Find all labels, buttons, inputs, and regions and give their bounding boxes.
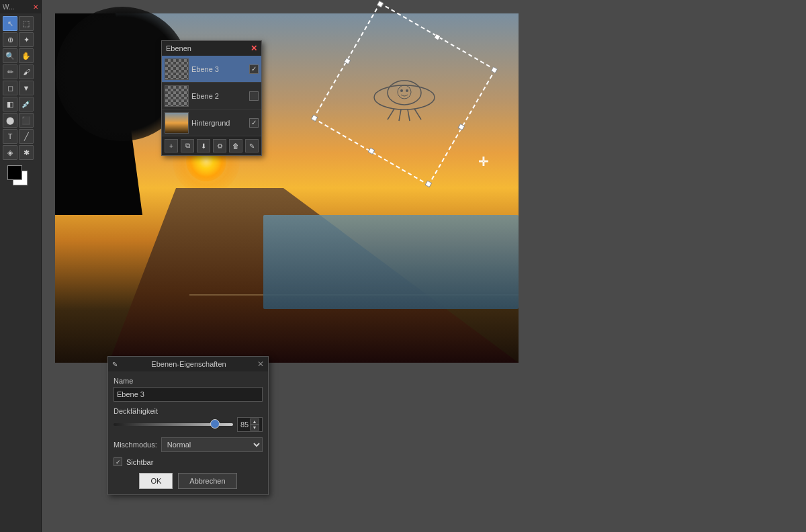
handle-tl[interactable] (377, 1, 384, 8)
svg-point-4 (406, 89, 408, 92)
layer-name-3: Ebene 3 (191, 65, 247, 73)
main-image: ✛ (55, 13, 519, 363)
svg-point-0 (374, 85, 435, 109)
handle-br[interactable] (424, 180, 432, 187)
name-label: Name (114, 377, 263, 385)
handle-tr[interactable] (490, 66, 498, 74)
tool-magic-wand[interactable]: ✦ (19, 32, 34, 47)
layer-thumb-2 (165, 85, 189, 107)
fg-color[interactable] (7, 165, 22, 180)
svg-line-5 (388, 109, 394, 120)
tool-color-pick[interactable]: 💉 (19, 97, 34, 112)
svg-line-6 (399, 109, 401, 121)
tool-line[interactable]: ╱ (19, 129, 34, 144)
merge-layer-button[interactable]: ⬇ (197, 139, 210, 152)
opacity-spin-down[interactable]: ▼ (250, 425, 259, 431)
layers-panel: Ebenen ✕ Ebene 3 Ebene 2 Hintergrund + ⧉… (161, 40, 262, 156)
handle-bl[interactable] (311, 114, 318, 122)
tool-recolor[interactable]: ⬛ (19, 113, 34, 128)
layer-item-2[interactable]: Ebene 2 (162, 83, 261, 109)
tool-pan[interactable]: ✋ (19, 48, 34, 63)
tool-zoom[interactable]: 🔍 (3, 48, 17, 63)
add-layer-button[interactable]: + (165, 139, 178, 152)
layer-properties-dialog: ✎ Ebenen-Eigenschaften ✕ Name Deckfähigk… (107, 356, 269, 495)
svg-point-2 (398, 85, 411, 99)
dialog-title: Ebenen-Eigenschaften (151, 360, 226, 368)
svg-point-3 (400, 89, 403, 92)
visible-label: Sichtbar (126, 458, 153, 466)
blend-row: Mischmodus: Normal Multiplizieren Bildsc… (114, 437, 263, 452)
svg-point-1 (388, 81, 421, 105)
tool-star[interactable]: ✱ (19, 145, 34, 160)
tool-brush[interactable]: 🖌 (19, 64, 34, 79)
dialog-icon: ✎ (112, 361, 118, 368)
opacity-spinners[interactable]: ▲ ▼ (250, 418, 259, 431)
ok-button[interactable]: OK (139, 473, 173, 489)
svg-line-7 (408, 109, 410, 121)
layer-visibility-2[interactable] (249, 91, 259, 101)
opacity-value-display: 85 ▲ ▼ (237, 417, 263, 432)
opacity-number: 85 (240, 420, 249, 429)
handle-mt[interactable] (434, 34, 441, 41)
opacity-spin-up[interactable]: ▲ (250, 418, 259, 425)
svg-line-8 (414, 109, 421, 120)
tool-gradient[interactable]: ◧ (3, 97, 17, 112)
layer-properties-button[interactable]: ⚙ (213, 139, 226, 152)
blend-label: Mischmodus: (114, 441, 157, 449)
tool-eraser[interactable]: ◻ (3, 81, 17, 95)
dialog-close-button[interactable]: ✕ (257, 359, 264, 369)
color-swatches (7, 165, 34, 185)
layers-close-button[interactable]: ✕ (251, 44, 257, 53)
tools-panel-close[interactable]: ✕ (33, 3, 38, 11)
opacity-label: Deckfähigkeit (114, 407, 263, 415)
layer-thumb-bg (165, 112, 189, 134)
duplicate-layer-button[interactable]: ⧉ (181, 139, 194, 152)
tools-panel-label: W... (3, 3, 14, 11)
move-cursor-icon: ✛ (478, 154, 488, 169)
tool-grid: ↖ ⬚ ⊕ ✦ 🔍 ✋ ✏ 🖌 ◻ ▼ ◧ 💉 ⬤ ⬛ T ╱ ◈ ✱ (0, 13, 41, 163)
handle-mr[interactable] (457, 124, 465, 131)
tool-rectangle-select[interactable]: ⬚ (19, 16, 34, 31)
delete-layer-button[interactable]: 🗑 (229, 139, 242, 152)
tools-panel-header: W... ✕ (0, 0, 41, 13)
handle-ml[interactable] (344, 58, 351, 65)
opacity-row: 85 ▲ ▼ (114, 417, 263, 432)
ufo-layer[interactable] (312, 2, 496, 185)
dialog-header[interactable]: ✎ Ebenen-Eigenschaften ✕ (108, 357, 268, 371)
visible-row: Sichtbar (114, 457, 263, 466)
layers-title: Ebenen (166, 44, 191, 52)
layers-panel-header[interactable]: Ebenen ✕ (162, 41, 261, 56)
ufo-drawing (357, 60, 451, 128)
tool-text[interactable]: T (3, 129, 17, 144)
tool-clone[interactable]: ⬤ (3, 113, 17, 128)
layer-name-bg: Hintergrund (191, 119, 247, 127)
opacity-slider-track[interactable] (114, 423, 233, 426)
blend-mode-select[interactable]: Normal Multiplizieren Bildschirm Überlag… (161, 437, 263, 452)
visible-checkbox[interactable] (114, 457, 122, 466)
layer-visibility-3[interactable] (249, 64, 259, 74)
layer-name-2: Ebene 2 (191, 92, 247, 100)
water (263, 215, 519, 309)
layer-item-bg[interactable]: Hintergrund (162, 109, 261, 136)
tool-fill[interactable]: ▼ (19, 81, 34, 95)
layer-visibility-bg[interactable] (249, 118, 259, 128)
layer-settings-button[interactable]: ✎ (245, 139, 259, 152)
dialog-buttons: OK Abbrechen (114, 473, 263, 489)
opacity-slider-thumb[interactable] (210, 419, 220, 429)
tool-shapes[interactable]: ◈ (3, 145, 17, 160)
layer-item-3[interactable]: Ebene 3 (162, 56, 261, 83)
tools-panel: W... ✕ ↖ ⬚ ⊕ ✦ 🔍 ✋ ✏ 🖌 ◻ ▼ ◧ 💉 ⬤ ⬛ T ╱ ◈… (0, 0, 42, 532)
cancel-button[interactable]: Abbrechen (178, 473, 236, 489)
layer-name-input[interactable] (114, 387, 263, 402)
tool-select[interactable]: ↖ (3, 16, 17, 31)
layer-thumb-3 (165, 58, 189, 80)
color-area (0, 163, 41, 188)
dialog-body: Name Deckfähigkeit 85 ▲ ▼ Mischmodus: No… (108, 371, 268, 494)
tool-lasso[interactable]: ⊕ (3, 32, 17, 47)
tool-pencil[interactable]: ✏ (3, 64, 17, 79)
layers-toolbar: + ⧉ ⬇ ⚙ 🗑 ✎ (162, 136, 261, 155)
handle-mb[interactable] (368, 147, 375, 154)
canvas-container: ✛ (55, 13, 519, 363)
